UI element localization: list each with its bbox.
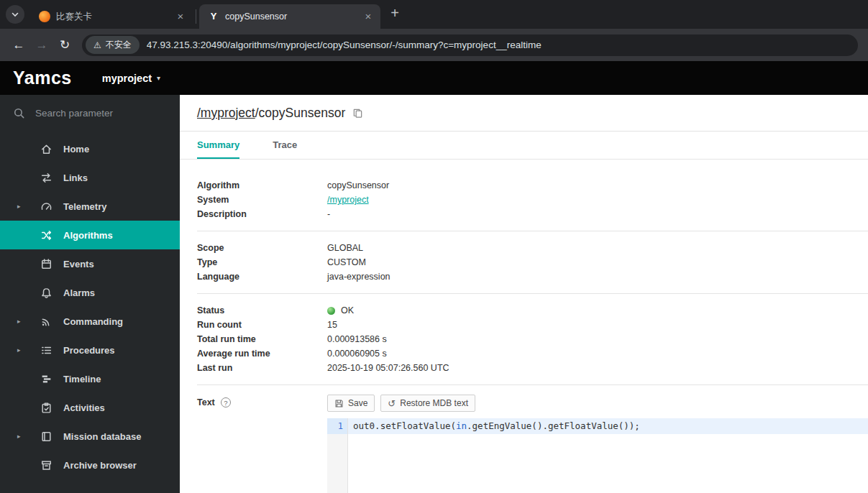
sidebar-item-algorithms[interactable]: Algorithms bbox=[0, 221, 180, 249]
yamcs-logo: Yamcs bbox=[13, 68, 72, 88]
section-divider bbox=[197, 293, 868, 294]
text-main: Save ↺ Restore MDB text 1 out0.setFloatV… bbox=[327, 395, 868, 493]
save-button-label: Save bbox=[348, 398, 367, 408]
tab2-favicon-icon: Y bbox=[208, 11, 219, 22]
detail-row: System /myproject bbox=[197, 193, 868, 207]
sidebar-item-events[interactable]: Events bbox=[0, 249, 180, 278]
detail-row: Scope GLOBAL bbox=[197, 241, 868, 255]
system-value-link[interactable]: /myproject bbox=[327, 195, 369, 205]
expander-icon[interactable]: ▸ bbox=[17, 318, 21, 325]
button-row: Save ↺ Restore MDB text bbox=[327, 395, 868, 412]
code-editor[interactable]: 1 out0.setFloatValue(in.getEngValue().ge… bbox=[327, 418, 868, 493]
help-icon[interactable]: ? bbox=[221, 397, 231, 407]
status-text: OK bbox=[341, 305, 354, 315]
address-bar[interactable]: ⚠ 不安全 47.93.215.3:20490/algorithms/mypro… bbox=[82, 34, 858, 56]
expander-icon[interactable]: ▸ bbox=[17, 433, 21, 440]
chevron-down-icon bbox=[11, 10, 19, 19]
sidebar-item-label: Alarms bbox=[63, 287, 95, 298]
url-text: 47.93.215.3:20490/algorithms/myproject/c… bbox=[147, 40, 542, 50]
sidebar-item-archive-browser[interactable]: Archive browser bbox=[0, 451, 180, 479]
expander-icon[interactable]: ▸ bbox=[17, 346, 21, 354]
sidebar-item-procedures[interactable]: ▸ Procedures bbox=[0, 336, 180, 364]
code-token: .getEngValue().getFloatValue()); bbox=[467, 420, 640, 431]
timeline-icon bbox=[40, 372, 53, 385]
browser-tab-2[interactable]: Y copySunsensor × bbox=[199, 4, 380, 29]
sidebar-item-links[interactable]: Links bbox=[0, 163, 180, 192]
detail-row-status: Status OK bbox=[197, 303, 868, 318]
reload-button[interactable]: ↻ bbox=[53, 37, 76, 52]
tab-trace[interactable]: Trace bbox=[273, 132, 297, 159]
code-area[interactable]: out0.setFloatValue(in.getEngValue().getF… bbox=[348, 418, 868, 493]
copy-icon[interactable] bbox=[352, 108, 363, 119]
forward-button[interactable]: → bbox=[30, 38, 53, 52]
procedures-icon bbox=[40, 344, 53, 356]
caret-down-icon: ▾ bbox=[157, 74, 160, 82]
tab-summary[interactable]: Summary bbox=[197, 132, 239, 159]
sidebar-item-alarms[interactable]: Alarms bbox=[0, 278, 180, 307]
tab-close-icon[interactable]: × bbox=[174, 10, 187, 23]
detail-value: 0.000060905 s bbox=[327, 349, 387, 359]
sidebar-item-mission-database[interactable]: ▸ Mission database bbox=[0, 422, 180, 451]
back-button[interactable]: ← bbox=[7, 38, 30, 52]
alarms-icon bbox=[40, 286, 53, 299]
code-line[interactable]: out0.setFloatValue(in.getEngValue().getF… bbox=[348, 418, 868, 434]
new-tab-button[interactable]: + bbox=[386, 5, 403, 22]
expander-icon[interactable]: ▸ bbox=[17, 203, 21, 210]
sidebar-item-label: Links bbox=[63, 172, 88, 183]
sidebar-item-home[interactable]: Home bbox=[0, 134, 180, 163]
sidebar-item-label: Procedures bbox=[63, 345, 115, 356]
detail-row: Description - bbox=[197, 207, 868, 221]
detail-label: Description bbox=[197, 209, 327, 219]
mission-database-icon bbox=[40, 430, 53, 443]
search-input[interactable] bbox=[34, 107, 160, 119]
save-button[interactable]: Save bbox=[327, 395, 375, 412]
search-row bbox=[0, 95, 180, 131]
detail-label: Average run time bbox=[197, 349, 327, 359]
content: Home Links ▸ Telemetry Algorithms Events bbox=[0, 95, 868, 493]
sidebar-item-timeline[interactable]: Timeline bbox=[0, 364, 180, 393]
sidebar-item-commanding[interactable]: ▸ Commanding bbox=[0, 307, 180, 336]
detail-value: GLOBAL bbox=[327, 243, 363, 253]
detail-label: Last run bbox=[197, 363, 327, 373]
sidebar-item-label: Activities bbox=[63, 402, 105, 413]
home-icon bbox=[40, 142, 53, 155]
archive-browser-icon bbox=[40, 459, 53, 471]
restore-mdb-text-button[interactable]: ↺ Restore MDB text bbox=[380, 395, 475, 412]
sidebar-item-label: Commanding bbox=[63, 316, 123, 327]
sidebar-item-activities[interactable]: Activities bbox=[0, 393, 180, 422]
tab-close-icon[interactable]: × bbox=[362, 10, 375, 23]
detail-value: copySunsensor bbox=[327, 180, 389, 190]
instance-picker[interactable]: myproject ▾ bbox=[102, 73, 160, 84]
detail-value: 15 bbox=[327, 320, 337, 330]
code-token-keyword: in bbox=[456, 420, 467, 431]
detail-row: Algorithm copySunsensor bbox=[197, 178, 868, 193]
events-icon bbox=[40, 257, 53, 270]
restore-button-label: Restore MDB text bbox=[400, 398, 468, 408]
security-chip[interactable]: ⚠ 不安全 bbox=[86, 36, 140, 54]
status-ok-dot bbox=[327, 307, 335, 315]
detail-label: Run count bbox=[197, 320, 327, 330]
browser-tab-strip: 比赛关卡 × Y copySunsensor × + bbox=[0, 0, 868, 29]
sidebar-item-label: Mission database bbox=[63, 431, 141, 442]
editor-gutter: 1 bbox=[327, 418, 348, 493]
browser-toolbar: ← → ↻ ⚠ 不安全 47.93.215.3:20490/algorithms… bbox=[0, 29, 868, 61]
sidebar-item-telemetry[interactable]: ▸ Telemetry bbox=[0, 192, 180, 221]
detail-label: Total run time bbox=[197, 334, 327, 344]
detail-value: 2025-10-19 05:07:26.560 UTC bbox=[327, 363, 449, 373]
detail-label: Status bbox=[197, 305, 327, 315]
sidebar-nav: Home Links ▸ Telemetry Algorithms Events bbox=[0, 134, 180, 479]
sidebar: Home Links ▸ Telemetry Algorithms Events bbox=[0, 95, 180, 493]
search-icon bbox=[13, 107, 25, 119]
detail-row: Language java-expression bbox=[197, 269, 868, 284]
main-panel: /myproject/copySunsensor Summary Trace A… bbox=[180, 95, 868, 493]
commanding-icon bbox=[40, 315, 53, 328]
code-token: out0.setFloatValue( bbox=[353, 420, 456, 431]
links-icon bbox=[40, 171, 53, 184]
line-number: 1 bbox=[327, 418, 347, 434]
section-divider bbox=[197, 231, 868, 231]
save-icon bbox=[334, 399, 344, 408]
tab-search-button[interactable] bbox=[6, 5, 24, 24]
detail-value: java-expression bbox=[327, 272, 390, 282]
browser-tab-1[interactable]: 比赛关卡 × bbox=[30, 4, 193, 29]
system-link[interactable]: /myproject bbox=[197, 106, 255, 121]
